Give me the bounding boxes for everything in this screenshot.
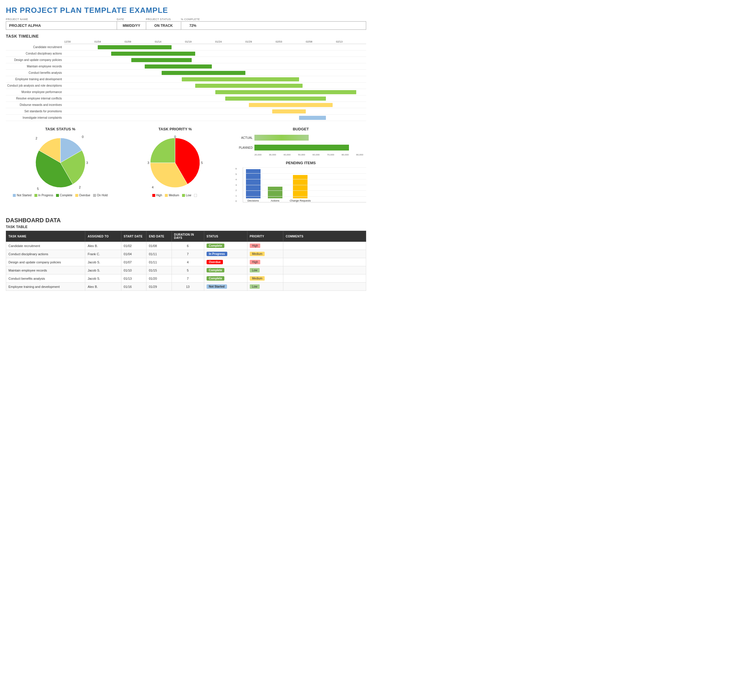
legend-medium: Medium [169,194,179,197]
th-assigned: ASSIGNED TO [85,231,121,242]
gantt-date-label: 02/03 [276,40,306,44]
project-status-label: PROJECT STATUS [146,18,181,21]
cell-assigned: Jacob S. [85,275,121,282]
status-badge: In Progress [207,252,227,256]
project-date-value: MM/DD/YY [117,22,146,30]
gantt-task-name: Monitor employee performance [6,91,64,94]
gantt-bars-area [64,89,366,95]
cell-end-date: 01/29 [146,282,171,291]
cell-duration: 5 [171,266,204,275]
gantt-task-name: Disburse rewards and incentives [6,103,64,107]
table-row: Design and update company policies Jacob… [6,258,366,266]
gantt-chart: 12/3001/0401/0901/1401/1901/2401/2902/03… [6,40,366,121]
gantt-row: Resolve employee internal conflicts [6,95,366,102]
gantt-task-name: Conduct job analysis and role descriptio… [6,84,64,87]
gantt-row: Candidate recruitment [6,44,366,51]
cell-duration: 4 [171,258,204,266]
project-complete-label: % COMPLETE [181,18,204,21]
task-status-pie [31,134,89,192]
cell-comments [283,258,366,266]
cell-assigned: Alex B. [85,242,121,250]
gantt-bar [145,64,212,68]
legend-on-hold: On Hold [97,194,108,197]
legend-in-progress: In Progress [38,194,53,197]
cell-duration: 13 [171,282,204,291]
gantt-bars-area [64,76,366,83]
cell-status: In Progress [204,250,247,258]
task-priority-legend: High Medium Low [152,194,198,197]
table-row: Conduct disciplinary actions Frank C. 01… [6,250,366,258]
gantt-bar [195,84,302,88]
gantt-date-label: 02/13 [336,40,366,44]
cell-status: Not Started [204,282,247,291]
legend-high: High [156,194,162,197]
gantt-row: Conduct disciplinary actions [6,51,366,57]
status-badge: Complete [207,268,225,272]
priority-label-3: 3 [147,161,149,165]
gantt-task-name: Conduct benefits analysis [6,71,64,74]
table-header-row: TASK NAME ASSIGNED TO START DATE END DAT… [6,231,366,242]
priority-badge: High [250,260,260,264]
gantt-row: Set standards for promotions [6,108,366,114]
cell-priority: Medium [247,275,283,282]
task-table: TASK NAME ASSIGNED TO START DATE END DAT… [6,231,366,291]
cell-task-name: Design and update company policies [6,258,85,266]
th-comments: COMMENTS [283,231,366,242]
gantt-bar [98,45,171,49]
cell-start-date: 01/07 [121,258,146,266]
table-row: Maintain employee records Jacob S. 01/10… [6,266,366,275]
gantt-bars-area [64,108,366,114]
cell-start-date: 01/04 [121,250,146,258]
cell-assigned: Frank C. [85,250,121,258]
gantt-row: Employee training and development [6,76,366,83]
gantt-bar [111,52,195,56]
gantt-bar [215,90,356,94]
gantt-row: Design and update company policies [6,57,366,63]
gantt-row: Conduct benefits analysis [6,70,366,76]
priority-badge: Low [250,268,260,272]
project-status-value: ON TRACK [146,22,181,30]
gantt-task-name: Resolve employee internal conflicts [6,97,64,100]
gantt-date-label: 01/14 [155,40,185,44]
th-duration: DURATION in days [171,231,204,242]
cell-comments [283,242,366,250]
cell-status: Complete [204,266,247,275]
gantt-date-label: 01/24 [215,40,246,44]
planned-label: PLANNED [238,146,254,149]
task-priority-pie [146,134,204,192]
priority-label-5: 5 [201,161,203,165]
actual-bar [254,135,309,141]
project-name-label: PROJECT NAME [6,18,117,21]
cell-task-name: Conduct disciplinary actions [6,250,85,258]
priority-badge: High [250,244,260,248]
cell-status: Overdue [204,258,247,266]
gantt-bars-area [64,83,366,89]
gantt-date-label: 12/30 [64,40,95,44]
cell-task-name: Employee training and development [6,282,85,291]
gantt-row: Maintain employee records [6,63,366,70]
th-end-date: END DATE [146,231,171,242]
status-badge: Overdue [207,260,223,264]
th-priority: PRIORITY [247,231,283,242]
cell-end-date: 01/08 [146,242,171,250]
gantt-bars-area [64,57,366,63]
gantt-bars-area [64,51,366,57]
actual-label: ACTUAL [238,136,254,140]
gantt-task-name: Set standards for promotions [6,110,64,113]
cell-start-date: 01/02 [121,242,146,250]
gantt-bars-area [64,63,366,70]
gantt-bars-area [64,70,366,76]
budget-title: BUDGET [235,127,366,131]
pending-chart: 6 5 4 3 2 1 0 D [235,167,366,211]
cell-start-date: 01/10 [121,266,146,275]
gantt-date-label: 01/09 [125,40,155,44]
gantt-section-title: TASK TIMELINE [6,34,366,39]
cell-duration: 7 [171,250,204,258]
gantt-bar [225,97,326,101]
gantt-bar [131,58,192,62]
gantt-bar [182,77,299,82]
decisions-bar [246,169,260,198]
gantt-bar [299,116,326,120]
cell-assigned: Jacob S. [85,258,121,266]
cell-comments [283,266,366,275]
